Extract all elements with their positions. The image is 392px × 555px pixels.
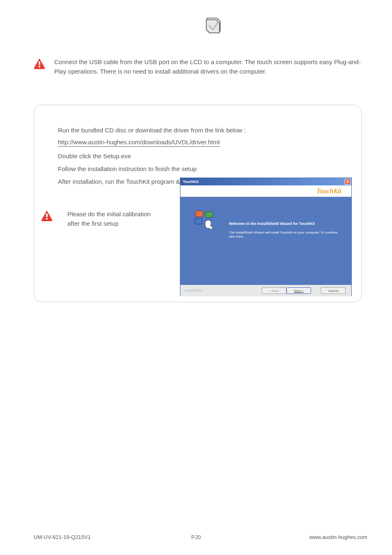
instruction-line-2: Double click the Setup.exe bbox=[58, 152, 349, 160]
installer-header: TouchKit bbox=[180, 185, 351, 197]
installer-title: TouchKit bbox=[181, 180, 345, 184]
calibration-note-block: Please do the initial calibration after … bbox=[41, 210, 152, 228]
warning-icon bbox=[41, 210, 53, 221]
installer-footer: InstallShield < Back Next > Cancel bbox=[180, 285, 351, 296]
installer-welcome-heading: Welcome to the InstallShield Wizard for … bbox=[229, 222, 344, 226]
installshield-watermark: InstallShield bbox=[184, 289, 202, 292]
installer-window: TouchKit TouchKit Welcome to the Install… bbox=[180, 178, 352, 296]
footer-url: www.austin-hughes.com bbox=[309, 534, 367, 540]
installer-welcome-desc: The InstallShield Wizard will install To… bbox=[229, 231, 344, 239]
instruction-line-3: Follow the installation instruction to f… bbox=[58, 164, 349, 173]
warning-icon bbox=[34, 58, 45, 69]
close-button[interactable] bbox=[345, 179, 350, 185]
installer-content: Welcome to the InstallShield Wizard for … bbox=[229, 197, 351, 285]
svg-rect-5 bbox=[205, 212, 213, 217]
svg-rect-6 bbox=[195, 218, 202, 224]
close-icon bbox=[346, 180, 349, 183]
calibration-note-text: Please do the initial calibration after … bbox=[67, 210, 152, 228]
cancel-button-label: Cancel bbox=[328, 289, 339, 293]
next-button[interactable]: Next > bbox=[286, 287, 311, 294]
svg-rect-0 bbox=[39, 61, 40, 65]
back-button: < Back bbox=[262, 287, 286, 294]
svg-point-3 bbox=[46, 218, 48, 220]
svg-rect-2 bbox=[46, 213, 48, 217]
back-button-label: < Back bbox=[269, 289, 279, 293]
cancel-button[interactable]: Cancel bbox=[321, 287, 346, 294]
instruction-line-1: Run the bundled CD disc or download the … bbox=[58, 126, 349, 134]
svg-rect-4 bbox=[196, 211, 203, 217]
installer-app-icon bbox=[193, 209, 216, 232]
installer-titlebar: TouchKit bbox=[180, 178, 351, 185]
touchkit-brand-logo: TouchKit bbox=[316, 187, 341, 195]
installer-sidebar bbox=[180, 197, 229, 285]
top-warning-section: Connect the USB cable from the USB port … bbox=[34, 58, 367, 76]
next-button-label: Next > bbox=[294, 289, 303, 293]
svg-point-1 bbox=[39, 66, 40, 67]
installer-body: Welcome to the InstallShield Wizard for … bbox=[180, 197, 351, 285]
driver-download-link[interactable]: http://www.austin-hughes.com/downloads/U… bbox=[58, 139, 220, 147]
document-logo-icon bbox=[205, 16, 223, 34]
top-warning-text: Connect the USB cable from the USB port … bbox=[54, 58, 367, 76]
